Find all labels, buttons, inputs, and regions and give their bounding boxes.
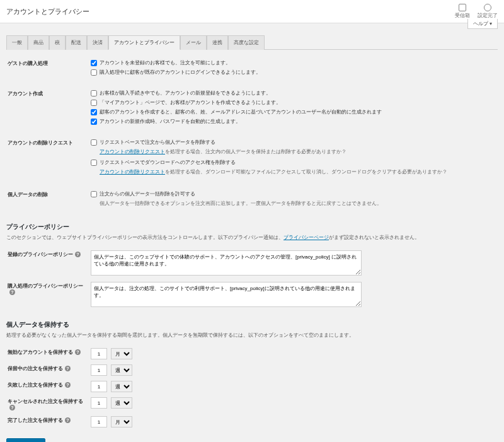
- page-title: アカウントとプライバシー: [6, 7, 89, 16]
- retain-completed-number[interactable]: [91, 416, 107, 427]
- help-icon[interactable]: ?: [65, 417, 71, 423]
- privacy-policy-heading: プライバシーポリシー: [6, 223, 498, 231]
- check-circle-icon: [484, 4, 491, 11]
- tab-1[interactable]: 商品: [28, 35, 49, 50]
- retain-inactive-unit[interactable]: 月: [111, 348, 132, 359]
- registration-policy-textarea[interactable]: [91, 250, 362, 276]
- help-icon[interactable]: ?: [75, 252, 81, 257]
- erasure-request-label: アカウントの削除リクエスト: [8, 137, 89, 181]
- help-icon[interactable]: ?: [75, 349, 81, 355]
- erasure-link-2[interactable]: アカウントの削除リクエスト: [100, 169, 165, 175]
- checkout-policy-textarea[interactable]: [91, 282, 362, 307]
- tab-8[interactable]: 高度な設定: [228, 35, 265, 50]
- retain-inactive-number[interactable]: [91, 348, 107, 359]
- checkbox-guest-allow[interactable]: [91, 60, 97, 66]
- account-creation-label: アカウント作成: [8, 88, 89, 129]
- checkbox-auto-username[interactable]: [91, 109, 97, 115]
- checkbox-erase-downloads[interactable]: [91, 160, 97, 166]
- retain-inactive-label: 無効なアカウントを保持する: [8, 349, 73, 355]
- checkbox-auto-password[interactable]: [91, 119, 97, 125]
- retain-completed-label: 完了した注文を保持する: [8, 417, 63, 423]
- retain-cancelled-unit[interactable]: 週: [111, 397, 132, 409]
- privacy-page-link[interactable]: プライバシーページ: [284, 235, 329, 240]
- checkout-policy-label: 購入処理のプライバシーポリシー: [8, 283, 83, 289]
- registration-policy-label: 登録のプライバシーポリシー: [8, 252, 73, 257]
- personal-data-label: 個人データの削除: [8, 189, 89, 212]
- retain-pending-number[interactable]: [91, 364, 107, 376]
- retain-pending-label: 保留中の注文を保持する: [8, 366, 63, 371]
- retain-failed-label: 失敗した注文を保持する: [8, 382, 63, 388]
- settings-tabs: 一般商品税配送決済アカウントとプライバシーメール連携高度な設定: [6, 35, 498, 50]
- guest-checkout-label: ゲストの購入処理: [8, 57, 89, 80]
- checkbox-register-myaccount[interactable]: [91, 100, 97, 106]
- retention-heading: 個人データを保持する: [6, 320, 498, 329]
- setup-button[interactable]: 設定完了: [478, 4, 498, 19]
- tab-5[interactable]: アカウントとプライバシー: [108, 35, 180, 50]
- tab-7[interactable]: 連携: [207, 35, 228, 50]
- help-icon[interactable]: ?: [65, 366, 71, 371]
- save-button[interactable]: 変更を保存: [6, 438, 45, 442]
- help-icon[interactable]: ?: [65, 382, 71, 388]
- tab-0[interactable]: 一般: [6, 35, 28, 50]
- tab-3[interactable]: 配送: [66, 35, 87, 50]
- inbox-button[interactable]: 受信箱: [455, 4, 470, 19]
- help-toggle[interactable]: ヘルプ ▾: [467, 19, 498, 29]
- help-icon[interactable]: ?: [9, 405, 15, 410]
- retain-cancelled-number[interactable]: [91, 397, 107, 409]
- retain-failed-number[interactable]: [91, 381, 107, 392]
- inbox-icon: [459, 4, 466, 11]
- tab-2[interactable]: 税: [49, 35, 66, 50]
- retain-pending-unit[interactable]: 週: [111, 364, 132, 376]
- erasure-link-1[interactable]: アカウントの削除リクエスト: [100, 149, 165, 154]
- checkbox-bulk-remove[interactable]: [91, 191, 97, 197]
- tab-6[interactable]: メール: [180, 35, 207, 50]
- retain-completed-unit[interactable]: 月: [111, 416, 132, 427]
- checkbox-guest-login[interactable]: [91, 69, 97, 76]
- help-icon[interactable]: ?: [9, 289, 15, 295]
- checkbox-erase-orders[interactable]: [91, 139, 97, 146]
- retain-cancelled-label: キャンセルされた注文を保持する: [8, 398, 83, 404]
- retain-failed-unit[interactable]: 週: [111, 381, 132, 392]
- tab-4[interactable]: 決済: [87, 35, 108, 50]
- checkbox-register-checkout[interactable]: [91, 90, 97, 96]
